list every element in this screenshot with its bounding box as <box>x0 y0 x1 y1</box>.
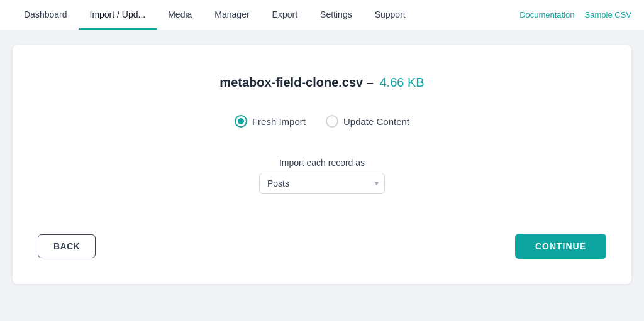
record-type-select[interactable]: Posts Pages Custom Post Type <box>259 173 385 194</box>
radio-update-content-label: Update Content <box>343 116 409 127</box>
continue-button[interactable]: CONTINUE <box>515 234 606 259</box>
tab-media[interactable]: Media <box>157 0 203 30</box>
radio-fresh-import-label: Fresh Import <box>252 116 306 127</box>
file-separator: – <box>363 75 377 89</box>
radio-circle-update <box>326 115 338 128</box>
documentation-link[interactable]: Documentation <box>519 10 574 19</box>
radio-group: Fresh Import Update Content <box>38 115 606 128</box>
nav-bar: Dashboard Import / Upd... Media Manager … <box>0 0 644 30</box>
page-content: metabox-field-clone.csv – 4.66 KB Fresh … <box>0 30 644 299</box>
tab-dashboard[interactable]: Dashboard <box>13 0 79 30</box>
import-record-section: Import each record as Posts Pages Custom… <box>38 158 606 194</box>
back-button[interactable]: BACK <box>38 234 96 258</box>
file-name: metabox-field-clone.csv <box>219 75 363 89</box>
file-info: metabox-field-clone.csv – 4.66 KB <box>38 75 606 90</box>
tab-import-upd[interactable]: Import / Upd... <box>79 0 157 30</box>
radio-update-content[interactable]: Update Content <box>326 115 409 128</box>
select-wrapper: Posts Pages Custom Post Type ▾ <box>259 173 385 194</box>
nav-links: Documentation Sample CSV <box>519 10 631 19</box>
tab-support[interactable]: Support <box>364 0 417 30</box>
radio-circle-fresh <box>235 115 247 128</box>
tab-settings[interactable]: Settings <box>309 0 364 30</box>
file-size: 4.66 KB <box>379 75 424 89</box>
radio-fresh-import[interactable]: Fresh Import <box>235 115 306 128</box>
nav-tabs: Dashboard Import / Upd... Media Manager … <box>13 0 519 30</box>
main-card: metabox-field-clone.csv – 4.66 KB Fresh … <box>13 45 631 284</box>
tab-manager[interactable]: Manager <box>203 0 260 30</box>
card-footer: BACK CONTINUE <box>38 234 606 259</box>
import-record-label: Import each record as <box>279 158 365 168</box>
sample-csv-link[interactable]: Sample CSV <box>585 10 631 19</box>
tab-export[interactable]: Export <box>261 0 309 30</box>
